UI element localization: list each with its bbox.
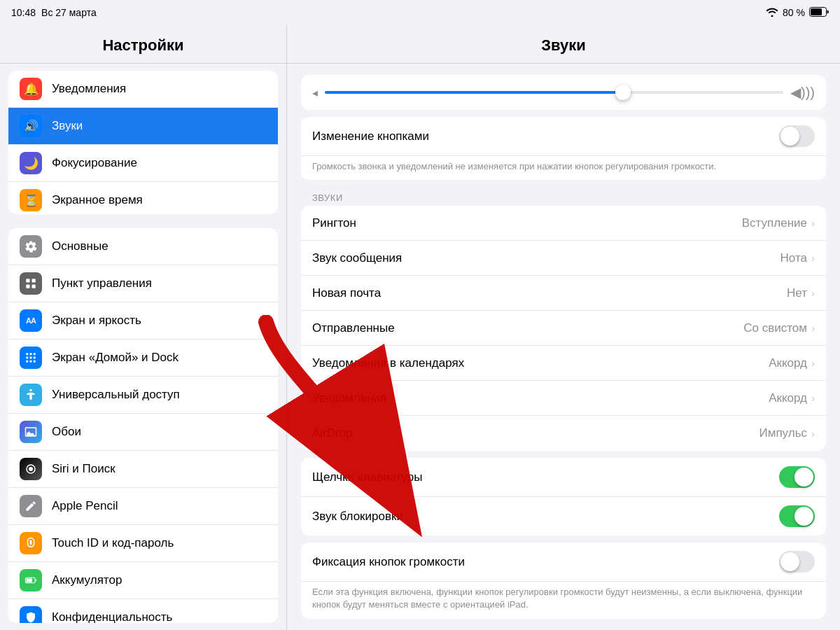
reminders-right: Аккорд › xyxy=(769,391,815,405)
screentime-icon: ⏳ xyxy=(20,189,42,211)
screentime-label: Экранное время xyxy=(52,193,143,207)
lock-toggle[interactable] xyxy=(779,505,815,527)
pencil-label: Apple Pencil xyxy=(52,499,118,513)
sidebar-item-homescreen[interactable]: Экран «Домой» и Dock xyxy=(8,340,278,377)
wallpaper-label: Обои xyxy=(52,425,81,439)
svg-rect-14 xyxy=(34,360,36,362)
control-icon xyxy=(20,272,42,295)
sounds-section-header: ЗВУКИ xyxy=(301,187,826,206)
airdrop-chevron: › xyxy=(811,428,815,440)
newmail-row[interactable]: Новая почта Нет › xyxy=(301,276,826,311)
battery-label: Аккумулятор xyxy=(52,573,122,587)
sidebar-item-general[interactable]: Основные xyxy=(8,228,278,265)
sidebar-item-wallpaper[interactable]: Обои xyxy=(8,414,278,451)
status-left: 10:48 Вс 27 марта xyxy=(11,7,97,18)
message-label: Звук сообщения xyxy=(312,251,402,265)
reminders-chevron: › xyxy=(811,392,815,404)
general-label: Основные xyxy=(52,239,108,253)
svg-rect-8 xyxy=(34,353,36,355)
sidebar-item-touchid[interactable]: Touch ID и код-пароль xyxy=(8,525,278,562)
svg-point-15 xyxy=(29,388,31,391)
change-buttons-toggle[interactable] xyxy=(779,125,815,147)
sidebar-group-2: Основные Пункт управления AA Экран и ярк… xyxy=(8,228,278,623)
battery-sidebar-icon xyxy=(20,569,42,592)
svg-rect-10 xyxy=(30,356,32,358)
newmail-label: Новая почта xyxy=(312,286,381,300)
sidebar-item-battery[interactable]: Аккумулятор xyxy=(8,562,278,599)
calendar-row[interactable]: Уведомления в календарях Аккорд › xyxy=(301,346,826,381)
main-layout: Настройки 🔔 Уведомления 🔊 Звуки 🌙 Фокуси… xyxy=(0,25,840,630)
lock-volume-label: Фиксация кнопок громкости xyxy=(312,555,465,569)
svg-rect-13 xyxy=(30,360,32,362)
keyboard-row[interactable]: Щелчки клавиатуры xyxy=(301,458,826,497)
lock-row[interactable]: Звук блокировки xyxy=(301,497,826,536)
ringtone-right: Вступление › xyxy=(742,216,815,230)
privacy-icon xyxy=(20,606,42,623)
sidebar-item-accessibility[interactable]: Универсальный доступ xyxy=(8,377,278,414)
sidebar-item-screentime[interactable]: ⏳ Экранное время xyxy=(8,182,278,214)
svg-rect-19 xyxy=(27,578,32,582)
lock-volume-note: Если эта функция включена, функции кнопо… xyxy=(301,582,826,618)
airdrop-right: Импульс › xyxy=(759,426,815,440)
calendar-label: Уведомления в календарях xyxy=(312,356,464,370)
content-title: Звуки xyxy=(287,25,840,64)
sidebar-item-pencil[interactable]: Apple Pencil xyxy=(8,488,278,525)
volume-low-icon: ◂ xyxy=(312,86,318,99)
accessibility-label: Универсальный доступ xyxy=(52,388,180,402)
display-label: Экран и яркость xyxy=(52,314,141,328)
homescreen-icon xyxy=(20,346,42,369)
reminders-row[interactable]: Уведомления Аккорд › xyxy=(301,381,826,416)
sidebar-item-sounds[interactable]: 🔊 Звуки xyxy=(8,108,278,145)
message-chevron: › xyxy=(811,252,815,264)
toggle-rows-card: Щелчки клавиатуры Звук блокировки xyxy=(301,458,826,536)
ringtone-row[interactable]: Рингтон Вступление › xyxy=(301,206,826,241)
lock-toggle-knob xyxy=(794,507,813,526)
airdrop-row[interactable]: AirDrop Импульс › xyxy=(301,416,826,451)
focus-label: Фокусирование xyxy=(52,156,137,170)
sidebar-item-siri[interactable]: Siri и Поиск xyxy=(8,451,278,488)
keyboard-label: Щелчки клавиатуры xyxy=(312,470,422,484)
homescreen-label: Экран «Домой» и Dock xyxy=(52,351,178,365)
content-area: Звуки ◂ ◀))) Изменение кнопками xyxy=(287,25,840,630)
sent-label: Отправленные xyxy=(312,321,395,335)
siri-icon xyxy=(20,458,42,480)
sidebar-title: Настройки xyxy=(0,25,286,64)
volume-row: ◂ ◀))) xyxy=(301,75,826,110)
message-row[interactable]: Звук сообщения Нота › xyxy=(301,241,826,276)
status-date: Вс 27 марта xyxy=(41,7,97,18)
change-buttons-note: Громкость звонка и уведомлений не изменя… xyxy=(301,156,826,180)
sidebar-item-control[interactable]: Пункт управления xyxy=(8,265,278,302)
sidebar-item-focus[interactable]: 🌙 Фокусирование xyxy=(8,145,278,182)
sidebar-item-privacy[interactable]: Конфиденциальность xyxy=(8,599,278,623)
pencil-icon xyxy=(20,495,42,517)
sent-chevron: › xyxy=(811,322,815,334)
sidebar-item-notifications[interactable]: 🔔 Уведомления xyxy=(8,71,278,108)
ringtone-label: Рингтон xyxy=(312,216,356,230)
touchid-icon xyxy=(20,532,42,554)
svg-point-17 xyxy=(29,467,33,471)
slider-fill xyxy=(325,91,623,94)
sidebar: Настройки 🔔 Уведомления 🔊 Звуки 🌙 Фокуси… xyxy=(0,25,287,630)
keyboard-toggle[interactable] xyxy=(779,466,815,488)
status-right: 80 % xyxy=(766,7,829,19)
privacy-label: Конфиденциальность xyxy=(52,610,172,623)
airdrop-value: Импульс xyxy=(759,426,807,440)
sent-value: Со свистом xyxy=(743,321,807,335)
sent-row[interactable]: Отправленные Со свистом › xyxy=(301,311,826,346)
newmail-value: Нет xyxy=(787,286,807,300)
change-buttons-row[interactable]: Изменение кнопками xyxy=(301,117,826,156)
lock-volume-row[interactable]: Фиксация кнопок громкости xyxy=(301,542,826,582)
svg-rect-1 xyxy=(811,8,822,15)
toggle-knob xyxy=(780,127,799,146)
status-bar: 10:48 Вс 27 марта 80 % xyxy=(0,0,840,25)
svg-rect-12 xyxy=(26,360,28,362)
svg-rect-2 xyxy=(26,279,29,282)
slider-thumb[interactable] xyxy=(615,85,631,100)
message-value: Нота xyxy=(780,251,807,265)
sent-right: Со свистом › xyxy=(743,321,815,335)
lock-volume-toggle[interactable] xyxy=(779,551,815,573)
accessibility-icon xyxy=(20,384,42,406)
volume-slider[interactable] xyxy=(325,91,783,94)
sidebar-item-display[interactable]: AA Экран и яркость xyxy=(8,302,278,340)
lock-label: Звук блокировки xyxy=(312,510,403,524)
